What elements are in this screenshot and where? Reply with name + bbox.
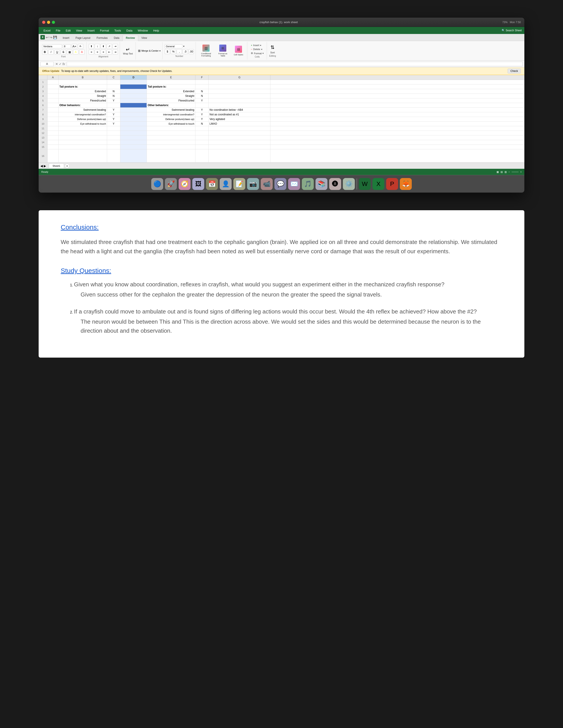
- cell-f4[interactable]: N: [195, 94, 209, 98]
- menu-data[interactable]: Data: [124, 28, 134, 33]
- percent-btn[interactable]: %: [171, 49, 176, 54]
- comma-btn[interactable]: ,: [177, 49, 182, 54]
- cell-c10[interactable]: Y: [107, 122, 120, 126]
- cell-g13[interactable]: [209, 135, 270, 140]
- cell-g8[interactable]: Not as coordinated as #1: [209, 112, 270, 117]
- cell-a16[interactable]: [47, 149, 58, 162]
- decrease-indent-btn[interactable]: ⇤: [107, 50, 112, 54]
- cell-e14[interactable]: [147, 140, 195, 144]
- tab-formulas[interactable]: Formulas: [93, 35, 111, 41]
- cell-e11[interactable]: [147, 126, 195, 131]
- insert-cell-button[interactable]: + Insert ▾: [249, 43, 265, 47]
- dock-powerpoint[interactable]: P: [386, 178, 398, 190]
- cell-d13[interactable]: [120, 135, 147, 140]
- cell-b6[interactable]: Other behaviors:: [58, 103, 107, 107]
- cell-f15[interactable]: [195, 145, 209, 149]
- dock-photos[interactable]: 🖼: [192, 178, 204, 190]
- currency-btn[interactable]: $: [165, 49, 170, 54]
- sheet-tab-1[interactable]: Sheet1: [49, 163, 64, 168]
- cell-e13[interactable]: [147, 135, 195, 140]
- orient-text-btn[interactable]: ↗: [107, 44, 112, 49]
- font-size-select[interactable]: [63, 44, 71, 48]
- cell-e6[interactable]: Other behaviors:: [147, 103, 195, 107]
- cell-c16[interactable]: [107, 149, 120, 162]
- dock-calendar[interactable]: 📅: [206, 178, 218, 190]
- menu-insert[interactable]: Insert: [85, 28, 97, 33]
- cell-d14[interactable]: [120, 140, 147, 144]
- menu-tools[interactable]: Tools: [112, 28, 123, 33]
- cell-e7[interactable]: Swimmeret beating: [147, 108, 195, 112]
- cell-e1[interactable]: [147, 80, 195, 84]
- increase-decimal-btn[interactable]: .00: [188, 49, 194, 54]
- menu-edit[interactable]: Edit: [64, 28, 73, 33]
- dock-messages[interactable]: 💬: [274, 178, 287, 190]
- dock-reminders[interactable]: 📝: [233, 178, 245, 190]
- increase-font-btn[interactable]: A+: [72, 44, 77, 49]
- cell-f5[interactable]: Y: [195, 98, 209, 103]
- dock-appstore[interactable]: 🅐: [329, 178, 341, 190]
- cell-c11[interactable]: [107, 126, 120, 131]
- indent-btn[interactable]: ⇥: [113, 44, 118, 49]
- cell-a10[interactable]: [47, 122, 58, 126]
- dock-contacts[interactable]: 👤: [220, 178, 231, 190]
- cell-f14[interactable]: [195, 140, 209, 144]
- cell-f8[interactable]: Y: [195, 112, 209, 117]
- menu-file[interactable]: File: [54, 28, 63, 33]
- menu-excel[interactable]: Excel: [41, 28, 53, 33]
- cell-g2[interactable]: [209, 84, 270, 89]
- tab-view[interactable]: View: [138, 35, 150, 41]
- cell-c6[interactable]: [107, 103, 120, 107]
- cell-f6[interactable]: [195, 103, 209, 107]
- cell-c3[interactable]: N: [107, 89, 120, 94]
- cell-b15[interactable]: [58, 145, 107, 149]
- cell-g11[interactable]: [209, 126, 270, 131]
- cell-e5[interactable]: Flexed/curled: [147, 98, 195, 103]
- view-normal-icon[interactable]: ▦: [497, 171, 499, 173]
- cell-c14[interactable]: [107, 140, 120, 144]
- cell-e12[interactable]: [147, 131, 195, 135]
- dock-photos2[interactable]: 📷: [247, 178, 259, 190]
- italic-button[interactable]: I: [48, 50, 54, 54]
- cell-e15[interactable]: [147, 145, 195, 149]
- cell-f11[interactable]: [195, 126, 209, 131]
- cell-a11[interactable]: [47, 126, 58, 131]
- cell-g5[interactable]: [209, 98, 270, 103]
- close-button[interactable]: [42, 21, 45, 24]
- col-header-a[interactable]: A: [47, 75, 58, 80]
- menu-help[interactable]: Help: [151, 28, 161, 33]
- cell-styles-button[interactable]: ▤ Cell Styles: [231, 45, 245, 57]
- delete-cell-button[interactable]: − Delete ▾: [249, 47, 265, 51]
- cell-b12[interactable]: [58, 131, 107, 135]
- cell-a3[interactable]: [47, 89, 58, 94]
- wrap-text-button[interactable]: ↵ Wrap Text: [120, 42, 136, 60]
- dock-facetime[interactable]: 📹: [261, 178, 273, 190]
- cell-g9[interactable]: Very agitated: [209, 117, 270, 121]
- cell-f10[interactable]: N: [195, 122, 209, 126]
- check-updates-button[interactable]: Check: [508, 69, 521, 73]
- cell-e16[interactable]: [147, 149, 195, 162]
- align-top-btn[interactable]: ⬆: [89, 44, 94, 49]
- tab-insert[interactable]: Insert: [60, 35, 72, 41]
- col-header-e[interactable]: E: [147, 75, 195, 80]
- cell-b16[interactable]: [58, 149, 107, 162]
- cell-b3[interactable]: Extended: [58, 89, 107, 94]
- cell-f1[interactable]: [195, 80, 209, 84]
- scroll-sheets-right[interactable]: ▶: [44, 164, 46, 168]
- cell-d5[interactable]: [120, 98, 147, 103]
- font-color-button[interactable]: A: [79, 50, 85, 54]
- cell-d6[interactable]: [120, 103, 147, 107]
- cell-e3[interactable]: Extended: [147, 89, 195, 94]
- cell-e8[interactable]: intersegmental coordination?: [147, 112, 195, 117]
- menu-view[interactable]: View: [74, 28, 84, 33]
- view-preview-icon[interactable]: ▥: [505, 171, 507, 173]
- cell-a14[interactable]: [47, 140, 58, 144]
- font-family-select[interactable]: [42, 44, 62, 48]
- cell-a5[interactable]: [47, 98, 58, 103]
- cell-c2[interactable]: [107, 84, 120, 89]
- cell-d16[interactable]: [120, 149, 147, 162]
- fill-color-button[interactable]: A: [73, 50, 78, 54]
- strikethrough-button[interactable]: S: [61, 50, 66, 54]
- formula-input[interactable]: [67, 62, 523, 66]
- zoom-out-icon[interactable]: −: [508, 171, 510, 173]
- confirm-icon[interactable]: ✓: [59, 62, 62, 66]
